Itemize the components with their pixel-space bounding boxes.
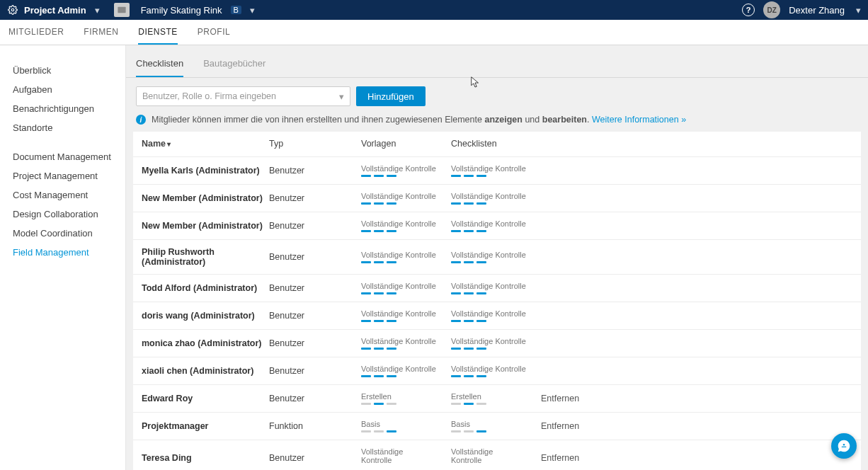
cell-action[interactable]: Entfernen [541, 394, 852, 403]
cell-typ: Funktion [269, 421, 361, 431]
cell-name: Projektmanager [142, 421, 269, 431]
app-title[interactable]: Project Admin [24, 5, 86, 16]
avatar[interactable]: DZ [763, 1, 780, 18]
permission-level[interactable]: VollständigeKontrolle [451, 447, 541, 466]
user-name[interactable]: Dexter Zhang [789, 5, 845, 16]
gear-icon[interactable] [7, 4, 18, 16]
chevron-down-icon[interactable]: ▾ [95, 5, 100, 16]
tab-mitglieder[interactable]: MITGLIEDER [8, 20, 64, 45]
permission-level[interactable]: Vollständige Kontrolle [451, 309, 541, 322]
cell-typ: Benutzer [269, 338, 361, 348]
chevron-down-icon: ▾ [167, 140, 171, 148]
permission-level[interactable]: Basis [361, 420, 451, 432]
chat-help-button[interactable] [831, 433, 857, 459]
table-row[interactable]: Myella Karls (Administrator)BenutzerVoll… [133, 156, 861, 184]
cell-name: New Member (Administrator) [142, 193, 269, 203]
table-row[interactable]: doris wang (Administrator)BenutzerVollst… [133, 302, 861, 329]
permissions-table: Name▾ Typ Vorlagen Checklisten Myella Ka… [133, 132, 861, 470]
tab-profil[interactable]: PROFIL [198, 20, 230, 45]
col-vorlagen[interactable]: Vorlagen [361, 139, 451, 149]
user-role-firm-combo[interactable]: Benutzer, Rolle o. Firma eingeben ▾ [136, 86, 350, 106]
permission-level[interactable]: Erstellen [451, 392, 541, 405]
svg-point-0 [11, 8, 14, 11]
permission-level[interactable]: Vollständige Kontrolle [451, 282, 541, 294]
sidebar-item-aufgaben[interactable]: Aufgaben [13, 80, 118, 99]
sidebar-item-project-management[interactable]: Project Management [13, 166, 118, 185]
permission-level[interactable]: Vollständige Kontrolle [361, 192, 451, 205]
tab-checklisten[interactable]: Checklisten [136, 58, 183, 77]
table-row[interactable]: Edward RoyBenutzerErstellenErstellenEntf… [133, 384, 861, 412]
permission-level[interactable]: Erstellen [361, 392, 451, 405]
sidebar-item-benachrichtigungen[interactable]: Benachrichtigungen [13, 99, 118, 118]
controls-row: Benutzer, Rolle o. Firma eingeben ▾ Hinz… [135, 78, 860, 115]
top-tabs: MITGLIEDER FIRMEN DIENSTE PROFIL [0, 20, 868, 45]
combo-placeholder: Benutzer, Rolle o. Firma eingeben [142, 91, 276, 101]
project-name[interactable]: Family Skating Rink [141, 5, 222, 16]
cell-action[interactable]: Entfernen [541, 421, 852, 431]
sidebar-item-document-management[interactable]: Document Management [13, 147, 118, 166]
permission-level[interactable]: Vollständige Kontrolle [361, 251, 451, 263]
help-icon[interactable]: ? [742, 4, 755, 16]
add-button[interactable]: Hinzufügen [356, 86, 426, 106]
app-header: Project Admin ▾ Family Skating Rink B ▾ … [0, 0, 868, 20]
tab-bautagebucher[interactable]: Bautagebücher [203, 58, 265, 77]
sidebar-item-model-coordination[interactable]: Model Coordination [13, 224, 118, 243]
cell-typ: Benutzer [269, 394, 361, 403]
permission-level[interactable]: Vollständige Kontrolle [451, 251, 541, 263]
cell-name: Philip Rushworth (Administrator) [142, 247, 269, 267]
cell-typ: Benutzer [269, 366, 361, 376]
permission-level[interactable]: Vollständige Kontrolle [361, 309, 451, 322]
table-row[interactable]: Teresa DingBenutzerVollständigeKontrolle… [133, 440, 861, 466]
permission-level[interactable]: Vollständige Kontrolle [361, 219, 451, 232]
sidebar-item-uberblick[interactable]: Überblick [13, 61, 118, 80]
more-info-link[interactable]: Weitere Informationen » [592, 115, 686, 125]
table-row[interactable]: Philip Rushworth (Administrator)Benutzer… [133, 239, 861, 274]
cell-name: Myella Karls (Administrator) [142, 166, 269, 176]
sidebar-item-standorte[interactable]: Standorte [13, 118, 118, 137]
permission-level[interactable]: Vollständige Kontrolle [451, 337, 541, 350]
col-checklisten[interactable]: Checklisten [451, 139, 541, 149]
table-row[interactable]: Todd Alford (Administrator)BenutzerVolls… [133, 274, 861, 302]
cell-name: xiaoli chen (Administrator) [142, 366, 269, 376]
content-area: Checklisten Bautagebücher Benutzer, Roll… [126, 45, 868, 470]
cell-name: Edward Roy [142, 394, 269, 403]
cell-typ: Benutzer [269, 453, 361, 463]
permission-level[interactable]: Vollständige Kontrolle [451, 192, 541, 205]
table-body[interactable]: Myella Karls (Administrator)BenutzerVoll… [133, 156, 861, 466]
table-row[interactable]: monica zhao (Administrator)BenutzerVolls… [133, 329, 861, 357]
col-name[interactable]: Name▾ [142, 139, 269, 149]
table-row[interactable]: ProjektmanagerFunktionBasisBasisEntferne… [133, 412, 861, 440]
project-icon[interactable] [114, 3, 130, 17]
permission-level[interactable]: Vollständige Kontrolle [361, 282, 451, 294]
permission-level[interactable]: Vollständige Kontrolle [451, 219, 541, 232]
table-header: Name▾ Typ Vorlagen Checklisten [133, 132, 861, 156]
sidebar: Überblick Aufgaben Benachrichtigungen St… [0, 45, 126, 470]
permission-level[interactable]: VollständigeKontrolle [361, 447, 451, 466]
col-typ[interactable]: Typ [269, 139, 361, 149]
tab-firmen[interactable]: FIRMEN [84, 20, 118, 45]
sidebar-item-design-collaboration[interactable]: Design Collaboration [13, 205, 118, 224]
table-row[interactable]: New Member (Administrator)BenutzerVollst… [133, 184, 861, 212]
permission-level[interactable]: Vollständige Kontrolle [451, 365, 541, 377]
permission-level[interactable]: Vollständige Kontrolle [451, 164, 541, 177]
cell-name: Teresa Ding [142, 453, 269, 463]
tab-dienste[interactable]: DIENSTE [138, 20, 178, 45]
cell-name: monica zhao (Administrator) [142, 338, 269, 348]
permission-level[interactable]: Vollständige Kontrolle [361, 365, 451, 377]
svg-rect-3 [842, 447, 847, 447]
sidebar-item-field-management[interactable]: Field Management [13, 243, 118, 262]
permission-level[interactable]: Vollständige Kontrolle [361, 337, 451, 350]
sidebar-item-cost-management[interactable]: Cost Management [13, 185, 118, 205]
cell-action[interactable]: Entfernen [541, 453, 852, 463]
chevron-down-icon[interactable]: ▾ [856, 5, 861, 16]
chevron-down-icon[interactable]: ▾ [250, 5, 255, 16]
content-tabs: Checklisten Bautagebücher [126, 45, 868, 78]
cell-typ: Benutzer [269, 283, 361, 293]
cell-name: doris wang (Administrator) [142, 311, 269, 321]
table-row[interactable]: New Member (Administrator)BenutzerVollst… [133, 212, 861, 239]
cell-name: New Member (Administrator) [142, 221, 269, 231]
table-row[interactable]: xiaoli chen (Administrator)BenutzerVolls… [133, 357, 861, 384]
permission-level[interactable]: Basis [451, 420, 541, 432]
permission-level[interactable]: Vollständige Kontrolle [361, 164, 451, 177]
cell-name: Todd Alford (Administrator) [142, 283, 269, 293]
